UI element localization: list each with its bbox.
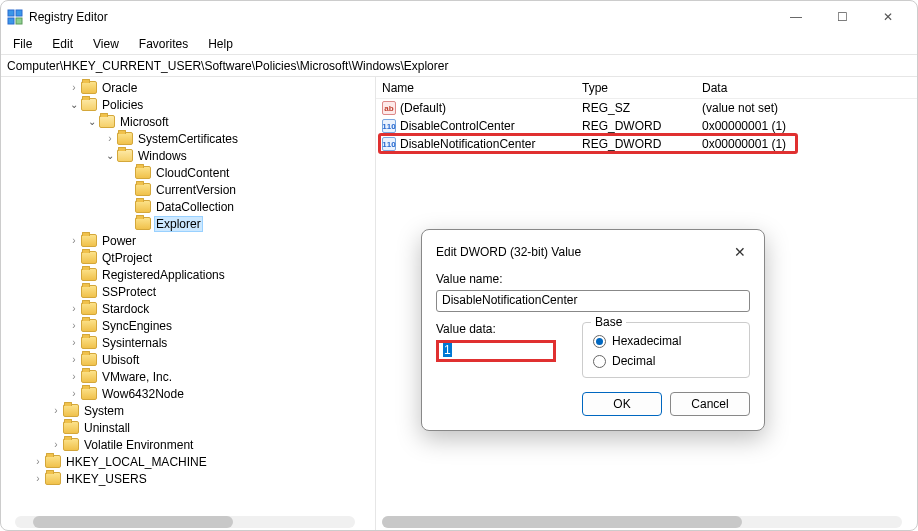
value-horizontal-scrollbar[interactable]: [382, 516, 902, 528]
folder-icon: [45, 455, 61, 468]
ok-button[interactable]: OK: [582, 392, 662, 416]
folder-icon: [117, 132, 133, 145]
folder-icon: [45, 472, 61, 485]
folder-icon: [81, 387, 97, 400]
value-row-disablenotificationcenter[interactable]: 110DisableNotificationCenter REG_DWORD 0…: [376, 135, 917, 153]
folder-icon: [81, 336, 97, 349]
folder-icon: [81, 285, 97, 298]
tree-item-uninstall[interactable]: Uninstall: [5, 419, 375, 436]
tree-item-ssprotect[interactable]: SSProtect: [5, 283, 375, 300]
folder-icon: [135, 200, 151, 213]
window-title: Registry Editor: [29, 10, 773, 24]
tree-item-qtproject[interactable]: QtProject: [5, 249, 375, 266]
tree-item-policies[interactable]: ⌄Policies: [5, 96, 375, 113]
radio-decimal[interactable]: Decimal: [593, 351, 739, 371]
value-data-field[interactable]: 1: [436, 340, 556, 362]
tree-item-explorer[interactable]: Explorer: [5, 215, 375, 232]
folder-icon: [135, 183, 151, 196]
tree-item-windows[interactable]: ⌄Windows: [5, 147, 375, 164]
folder-icon: [81, 234, 97, 247]
radio-hexadecimal[interactable]: Hexadecimal: [593, 331, 739, 351]
tree-pane[interactable]: ›Oracle ⌄Policies ⌄Microsoft ›SystemCert…: [1, 77, 376, 530]
folder-icon: [135, 217, 151, 230]
tree-item-microsoft[interactable]: ⌄Microsoft: [5, 113, 375, 130]
tree-item-systemcertificates[interactable]: ›SystemCertificates: [5, 130, 375, 147]
menubar: File Edit View Favorites Help: [1, 33, 917, 55]
reg-sz-icon: ab: [382, 101, 396, 115]
menu-view[interactable]: View: [85, 35, 127, 53]
folder-icon: [81, 251, 97, 264]
tree-item-sysinternals[interactable]: ›Sysinternals: [5, 334, 375, 351]
value-name-field[interactable]: DisableNotificationCenter: [436, 290, 750, 312]
menu-help[interactable]: Help: [200, 35, 241, 53]
folder-icon: [81, 353, 97, 366]
column-header-type[interactable]: Type: [576, 81, 696, 95]
titlebar[interactable]: Registry Editor — ☐ ✕: [1, 1, 917, 33]
menu-edit[interactable]: Edit: [44, 35, 81, 53]
dialog-title: Edit DWORD (32-bit) Value: [436, 245, 581, 259]
radio-icon: [593, 355, 606, 368]
tree-item-ubisoft[interactable]: ›Ubisoft: [5, 351, 375, 368]
tree-item-syncengines[interactable]: ›SyncEngines: [5, 317, 375, 334]
tree-item-hku[interactable]: ›HKEY_USERS: [5, 470, 375, 487]
tree-horizontal-scrollbar[interactable]: [15, 516, 355, 528]
folder-icon: [99, 115, 115, 128]
tree-item-stardock[interactable]: ›Stardock: [5, 300, 375, 317]
reg-dword-icon: 110: [382, 137, 396, 151]
tree-item-volatile[interactable]: ›Volatile Environment: [5, 436, 375, 453]
folder-icon: [81, 370, 97, 383]
folder-icon: [63, 404, 79, 417]
tree-item-currentversion[interactable]: CurrentVersion: [5, 181, 375, 198]
tree-item-oracle[interactable]: ›Oracle: [5, 79, 375, 96]
value-name-label: Value name:: [436, 272, 750, 286]
svg-rect-2: [8, 18, 14, 24]
folder-icon: [81, 98, 97, 111]
cancel-button[interactable]: Cancel: [670, 392, 750, 416]
folder-icon: [81, 268, 97, 281]
close-button[interactable]: ✕: [865, 1, 911, 33]
reg-dword-icon: 110: [382, 119, 396, 133]
tree-item-system[interactable]: ›System: [5, 402, 375, 419]
folder-icon: [63, 421, 79, 434]
folder-icon: [117, 149, 133, 162]
svg-rect-1: [16, 10, 22, 16]
maximize-button[interactable]: ☐: [819, 1, 865, 33]
radio-icon: [593, 335, 606, 348]
value-row-disablecontrolcenter[interactable]: 110DisableControlCenter REG_DWORD 0x0000…: [376, 117, 917, 135]
edit-dword-dialog[interactable]: Edit DWORD (32-bit) Value ✕ Value name: …: [421, 229, 765, 431]
column-header-name[interactable]: Name: [376, 81, 576, 95]
value-data-label: Value data:: [436, 322, 566, 336]
menu-favorites[interactable]: Favorites: [131, 35, 196, 53]
column-header-data[interactable]: Data: [696, 81, 917, 95]
tree-item-cloudcontent[interactable]: CloudContent: [5, 164, 375, 181]
value-list-header: Name Type Data: [376, 77, 917, 99]
minimize-button[interactable]: —: [773, 1, 819, 33]
svg-rect-3: [16, 18, 22, 24]
tree-item-power[interactable]: ›Power: [5, 232, 375, 249]
svg-rect-0: [8, 10, 14, 16]
tree-item-datacollection[interactable]: DataCollection: [5, 198, 375, 215]
tree-item-registeredapplications[interactable]: RegisteredApplications: [5, 266, 375, 283]
base-group-label: Base: [591, 315, 626, 329]
folder-icon: [63, 438, 79, 451]
tree-item-wow64[interactable]: ›Wow6432Node: [5, 385, 375, 402]
tree-item-vmware[interactable]: ›VMware, Inc.: [5, 368, 375, 385]
value-row-default[interactable]: ab(Default) REG_SZ (value not set): [376, 99, 917, 117]
menu-file[interactable]: File: [5, 35, 40, 53]
dialog-close-button[interactable]: ✕: [730, 242, 750, 262]
regedit-app-icon: [7, 9, 23, 25]
folder-icon: [81, 319, 97, 332]
folder-icon: [81, 81, 97, 94]
tree-item-hklm[interactable]: ›HKEY_LOCAL_MACHINE: [5, 453, 375, 470]
address-bar[interactable]: Computer\HKEY_CURRENT_USER\Software\Poli…: [1, 55, 917, 77]
folder-icon: [135, 166, 151, 179]
folder-icon: [81, 302, 97, 315]
base-group: Base Hexadecimal Decimal: [582, 322, 750, 378]
